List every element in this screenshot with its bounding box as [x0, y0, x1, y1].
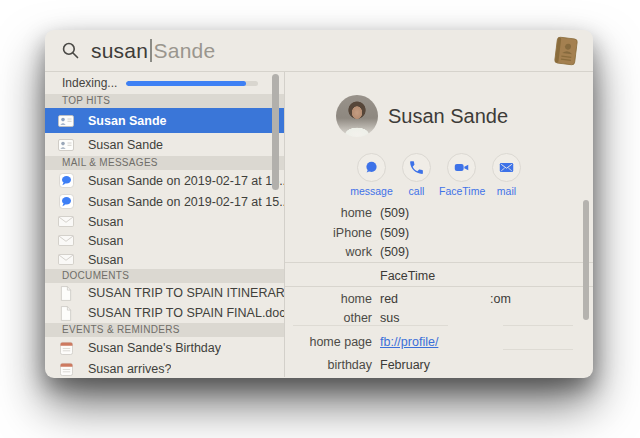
mail-button-label: mail [484, 185, 529, 197]
result-label: SUSAN TRIP TO SPAIN FINAL.docx [88, 306, 284, 320]
field-underline [503, 349, 573, 350]
field-value: (509) [380, 206, 409, 220]
result-label: Susan Sande [88, 138, 163, 152]
account-row-other: other sus [285, 310, 593, 326]
result-label: Susan [88, 253, 123, 267]
result-label: Susan [88, 234, 123, 248]
indexing-progress-bar [126, 81, 258, 86]
result-label: Susan [88, 215, 123, 229]
section-header-documents: DOCUMENTS [45, 269, 284, 283]
section-header-events-reminders: EVENTS & REMINDERS [45, 323, 284, 337]
field-value: February [380, 358, 430, 372]
contact-actions: message call [285, 153, 593, 197]
result-label: Susan Sande on 2019-02-17 at 15.... [88, 174, 284, 188]
mail-envelope-icon [58, 214, 74, 230]
result-row-mail[interactable]: Susan [45, 212, 284, 231]
field-value-right: :om [490, 292, 511, 306]
mail-envelope-icon [58, 233, 74, 249]
section-divider [285, 262, 593, 263]
field-underline [293, 325, 448, 326]
document-icon [58, 305, 74, 321]
section-header-mail-messages: MAIL & MESSAGES [45, 156, 284, 170]
avatar [336, 95, 378, 137]
facetime-section-label: FaceTime [380, 269, 435, 283]
contact-card-icon [58, 113, 74, 129]
section-header-top-hits: TOP HITS [45, 94, 284, 108]
field-label: home [285, 206, 380, 220]
contact-card-icon [58, 137, 74, 153]
sidebar-scrollbar[interactable] [272, 74, 279, 190]
facetime-button-label: FaceTime [439, 185, 484, 197]
indexing-progress-fill [126, 81, 246, 86]
result-label: SUSAN TRIP TO SPAIN ITINERARY.... [88, 286, 284, 300]
contact-preview-panel: Susan Sande message [285, 72, 593, 377]
field-label: other [285, 311, 380, 325]
facetime-button[interactable]: FaceTime [439, 153, 484, 197]
field-value: (509) [380, 245, 409, 259]
field-value: (509) [380, 226, 409, 240]
messages-app-icon [58, 173, 74, 189]
result-row-message[interactable]: Susan Sande on 2019-02-17 at 15.... [45, 170, 284, 191]
field-label: home page [285, 335, 380, 349]
messages-app-icon [58, 194, 74, 210]
birthday-row: birthday February [285, 357, 593, 373]
search-autocomplete: Sande [154, 39, 216, 63]
mail-envelope-icon [58, 252, 74, 268]
result-label: Susan Sande [88, 114, 167, 128]
text-caret [150, 39, 152, 62]
field-underline [503, 325, 573, 326]
video-camera-icon [453, 159, 470, 176]
phone-row-home: home (509) [285, 205, 593, 221]
result-row-event[interactable]: Susan arrives? [45, 358, 284, 378]
field-label: iPhone [285, 226, 380, 240]
result-row-message[interactable]: Susan Sande on 2019-02-17 at 15.... [45, 191, 284, 212]
message-bubble-icon [363, 159, 380, 176]
result-row-mail[interactable]: Susan [45, 231, 284, 250]
field-label: work [285, 245, 380, 259]
result-row-event[interactable]: Susan Sande's Birthday [45, 337, 284, 358]
facetime-section-row: FaceTime [285, 268, 593, 284]
phone-row-iphone: iPhone (509) [285, 225, 593, 241]
search-bar[interactable]: susan Sande [45, 30, 593, 72]
envelope-icon [498, 159, 515, 176]
calendar-icon [58, 361, 74, 377]
field-label: birthday [285, 358, 380, 372]
result-row-mail[interactable]: Susan [45, 250, 284, 269]
result-row-document[interactable]: SUSAN TRIP TO SPAIN ITINERARY.... [45, 283, 284, 303]
indexing-label: Indexing... [62, 76, 117, 90]
call-button[interactable]: call [394, 153, 439, 197]
results-sidebar: Indexing... TOP HITS Susan Sande [45, 72, 284, 377]
call-button-label: call [394, 185, 439, 197]
home-page-row: home page fb://profile/ [285, 334, 593, 350]
field-value: sus [380, 311, 399, 325]
mail-button[interactable]: mail [484, 153, 529, 197]
result-row-contact[interactable]: Susan Sande [45, 133, 284, 156]
indexing-row: Indexing... [45, 74, 284, 92]
result-label: Susan Sande on 2019-02-17 at 15.... [88, 195, 284, 209]
field-label: home [285, 292, 380, 306]
section-divider [285, 286, 593, 287]
search-icon [61, 41, 80, 60]
message-button-label: message [349, 185, 394, 197]
home-page-link[interactable]: fb://profile/ [380, 335, 438, 349]
result-label: Susan arrives? [88, 362, 171, 376]
contact-name: Susan Sande [388, 105, 508, 128]
result-row-contact[interactable]: Susan Sande [45, 108, 284, 133]
phone-row-work: work (509) [285, 244, 593, 260]
result-label: Susan Sande's Birthday [88, 341, 221, 355]
document-icon [58, 285, 74, 301]
result-row-document[interactable]: SUSAN TRIP TO SPAIN FINAL.docx [45, 303, 284, 323]
message-button[interactable]: message [349, 153, 394, 197]
search-input-query[interactable]: susan [91, 39, 148, 63]
account-row-home: home red :om [285, 291, 593, 307]
spotlight-window: susan Sande Indexing... TOP HITS [45, 30, 593, 378]
phone-icon [408, 159, 425, 176]
contacts-app-icon [553, 36, 578, 66]
field-value: red [380, 292, 398, 306]
calendar-icon [58, 340, 74, 356]
panel-scrollbar[interactable] [583, 200, 589, 320]
